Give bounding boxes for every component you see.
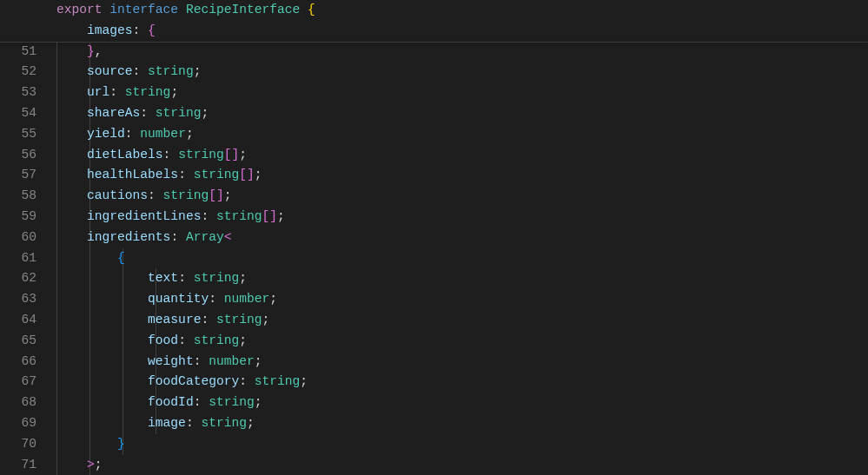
code-line[interactable]: { xyxy=(54,248,868,269)
code-text: foodCategory: string; xyxy=(54,374,308,388)
code-editor[interactable]: 2630515253545556575859606162636465666768… xyxy=(0,0,868,475)
code-text: }, xyxy=(54,44,103,58)
code-line[interactable]: shareAs: string; xyxy=(54,103,868,124)
code-text: ingredientLines: string[]; xyxy=(54,209,285,223)
code-line[interactable]: >; xyxy=(54,455,868,475)
line-number: 68 xyxy=(0,393,36,413)
code-text: { xyxy=(54,251,125,265)
code-line[interactable]: cautions: string[]; xyxy=(54,186,868,207)
line-number: 62 xyxy=(0,268,36,289)
code-text: url: string; xyxy=(54,85,178,99)
line-number: 66 xyxy=(0,352,36,373)
line-number: 55 xyxy=(0,124,36,145)
code-text: measure: string; xyxy=(54,313,269,327)
code-area[interactable]: export interface RecipeInterface { image… xyxy=(54,0,868,475)
code-line[interactable]: food: string; xyxy=(54,331,868,352)
code-line[interactable]: dietLabels: string[]; xyxy=(54,145,868,166)
code-text: cautions: string[]; xyxy=(54,188,231,202)
code-text: } xyxy=(54,437,125,451)
line-number: 63 xyxy=(0,289,36,310)
code-text: export interface RecipeInterface { xyxy=(54,3,315,16)
code-line[interactable]: source: string; xyxy=(54,62,868,82)
code-line[interactable]: ingredientLines: string[]; xyxy=(54,207,868,228)
code-line[interactable]: } xyxy=(54,434,868,455)
line-number: 61 xyxy=(0,248,36,269)
line-number: 67 xyxy=(0,372,36,393)
line-number: 54 xyxy=(0,103,36,124)
code-line[interactable]: image: string; xyxy=(54,413,868,434)
code-text: text: string; xyxy=(54,271,247,285)
code-text: healthLabels: string[]; xyxy=(54,168,262,181)
line-number: 56 xyxy=(0,145,36,166)
code-line[interactable]: weight: number; xyxy=(54,352,868,373)
code-line[interactable]: foodId: string; xyxy=(54,393,868,413)
code-line[interactable]: foodCategory: string; xyxy=(54,372,868,393)
code-text: image: string; xyxy=(54,416,255,430)
code-text: quantity: number; xyxy=(54,292,277,306)
line-number: 59 xyxy=(0,207,36,228)
line-number-gutter: 2630515253545556575859606162636465666768… xyxy=(0,0,54,475)
line-number: 65 xyxy=(0,331,36,352)
code-line[interactable]: healthLabels: string[]; xyxy=(54,165,868,186)
code-text: yield: number; xyxy=(54,127,194,141)
line-number: 57 xyxy=(0,165,36,186)
code-text: source: string; xyxy=(54,64,201,78)
code-text: foodId: string; xyxy=(54,395,262,409)
code-text: food: string; xyxy=(54,333,247,347)
line-number: 71 xyxy=(0,455,36,475)
code-line[interactable]: url: string; xyxy=(54,82,868,103)
sticky-scroll-divider xyxy=(0,42,868,43)
code-text: ingredients: Array< xyxy=(54,230,231,244)
line-number: 52 xyxy=(0,62,36,82)
code-text: shareAs: string; xyxy=(54,106,209,120)
code-line[interactable]: yield: number; xyxy=(54,124,868,145)
code-line[interactable]: measure: string; xyxy=(54,310,868,331)
code-line[interactable]: ingredients: Array< xyxy=(54,228,868,248)
line-number: 51 xyxy=(0,42,36,63)
line-number: 53 xyxy=(0,82,36,103)
code-line[interactable]: }, xyxy=(54,42,868,63)
code-text: >; xyxy=(54,458,103,472)
line-number: 70 xyxy=(0,434,36,455)
line-number: 60 xyxy=(0,228,36,248)
code-text: dietLabels: string[]; xyxy=(54,148,247,162)
line-number: 69 xyxy=(0,413,36,434)
code-line[interactable]: text: string; xyxy=(54,268,868,289)
line-number: 64 xyxy=(0,310,36,331)
code-line[interactable]: quantity: number; xyxy=(54,289,868,310)
line-number: 58 xyxy=(0,186,36,207)
code-text: images: { xyxy=(54,23,156,37)
code-text: weight: number; xyxy=(54,354,262,368)
